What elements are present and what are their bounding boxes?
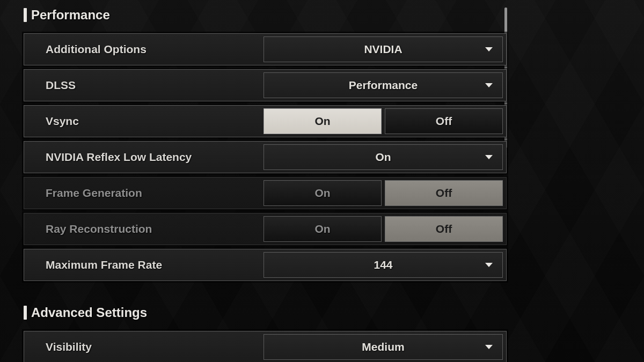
chevron-down-icon [485,263,493,267]
toggle-ray-reconstruction: On Off [264,216,503,242]
label-additional-options: Additional Options [24,34,260,65]
dropdown-max-frame-rate[interactable]: 144 [264,252,503,278]
toggle-vsync-on[interactable]: On [264,108,382,134]
row-max-frame-rate: Maximum Frame Rate 144 [24,249,507,281]
toggle-vsync: On Off [264,108,503,134]
label-max-frame-rate: Maximum Frame Rate [24,249,260,280]
row-reflex: NVIDIA Reflex Low Latency On [24,141,507,173]
chevron-down-icon [485,83,493,87]
section-bar-icon [24,8,27,22]
label-reflex: NVIDIA Reflex Low Latency [24,142,260,173]
label-frame-generation: Frame Generation [24,178,260,209]
row-vsync: Vsync On Off [24,105,507,137]
section-title: Performance [31,8,110,23]
toggle-ray-reconstruction-off[interactable]: Off [385,216,503,242]
section-title: Advanced Settings [31,305,147,320]
toggle-frame-generation-on[interactable]: On [264,180,382,206]
toggle-vsync-off[interactable]: Off [385,108,503,134]
dropdown-value: 144 [374,258,392,271]
dropdown-value: Medium [362,341,404,353]
chevron-down-icon [485,155,493,159]
label-visibility: Visibility [24,331,260,362]
label-ray-reconstruction: Ray Reconstruction [24,213,260,245]
dropdown-value: NVIDIA [364,43,402,56]
dropdown-value: Performance [349,79,418,92]
toggle-frame-generation: On Off [264,180,503,206]
chevron-down-icon [485,345,493,349]
label-dlss: DLSS [24,70,260,101]
settings-panel: Performance Additional Options NVIDIA DL… [24,8,507,362]
section-bar-icon [24,306,27,320]
toggle-ray-reconstruction-on[interactable]: On [264,216,382,242]
dropdown-dlss[interactable]: Performance [264,72,503,98]
chevron-down-icon [485,47,493,51]
row-additional-options: Additional Options NVIDIA [24,33,507,65]
row-visibility: Visibility Medium [24,331,507,362]
dropdown-additional-options[interactable]: NVIDIA [264,36,503,62]
row-frame-generation: Frame Generation On Off [24,177,507,209]
dropdown-visibility[interactable]: Medium [264,334,503,360]
toggle-frame-generation-off[interactable]: Off [385,180,503,206]
dropdown-value: On [375,151,391,164]
row-ray-reconstruction: Ray Reconstruction On Off [24,213,507,245]
label-vsync: Vsync [24,106,260,137]
dropdown-reflex[interactable]: On [264,144,503,170]
section-header-performance: Performance [24,8,507,23]
section-header-advanced: Advanced Settings [24,305,507,320]
row-dlss: DLSS Performance [24,69,507,101]
